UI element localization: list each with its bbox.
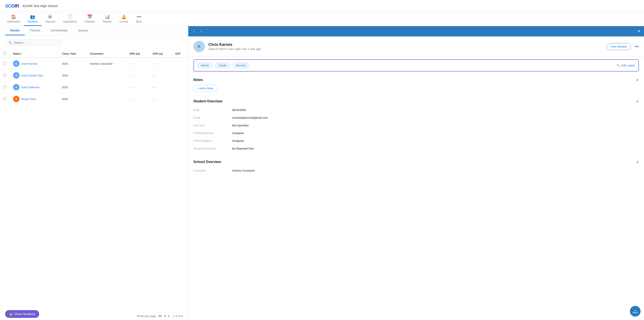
select-all-checkbox[interactable] [4, 52, 6, 55]
labels-section: Athlete Tranfer Remote ✏️ Edit Labels [194, 59, 639, 72]
col-sat: SAT [172, 50, 188, 58]
students-table-wrap: Name ↑ Class Year Counselor GPA (w) GPA … [0, 50, 188, 312]
school-overview-header: School Overview ∧ [194, 160, 639, 164]
calendar-icon: 📅 [87, 14, 92, 19]
next-student-button[interactable]: › [199, 28, 204, 35]
pagination-count: 1–4 of 4 [173, 314, 183, 318]
student-name-link[interactable]: K Chris Karnes [13, 60, 55, 67]
gpa-u-cell: — [149, 58, 172, 70]
col-counselor: Counselor [86, 50, 126, 58]
student-meta: Class of 2024 • Last Login over 1 year a… [208, 47, 603, 51]
sat-cell [172, 93, 188, 105]
header: SCOIR SCOIR Test High School [0, 0, 644, 12]
school-overview-section: School Overview ∧ Counselor Andrew Couns… [188, 156, 644, 178]
overview-label: DOB [194, 108, 232, 112]
applications-icon: 📄 [68, 14, 73, 19]
nav-arrows: ‹ › [192, 28, 204, 35]
student-overview-header: Student Overview ∧ [194, 99, 639, 104]
tab-groups[interactable]: Groups [73, 26, 93, 35]
nav-discover[interactable]: 🏛 Discover [42, 12, 59, 26]
school-overview-title: School Overview [194, 160, 221, 164]
student-overview-collapse-button[interactable]: ∧ [636, 99, 639, 104]
nav-students[interactable]: 👥 Students [24, 12, 42, 26]
pencil-icon: ✏️ [616, 64, 620, 67]
gpa-u-cell: — [149, 70, 172, 81]
right-panel-header: ‹ › ✕ [188, 26, 644, 37]
table-row[interactable]: S Sully Sullerson 2025 — — [0, 81, 188, 93]
comms-icon: 🔔 [121, 14, 126, 19]
student-avatar: S [13, 84, 20, 90]
counselor-cell [86, 81, 126, 93]
row-checkbox[interactable] [4, 97, 6, 100]
gpa-w-cell: — [126, 81, 149, 93]
overview-label: Student Outcomes [194, 147, 232, 150]
help-button[interactable]: ∞ HELP [630, 306, 640, 316]
table-row[interactable]: S Anna School Ops 2025 — — [0, 70, 188, 81]
school-overview-rows: Counselor Andrew Counselor [194, 167, 639, 175]
tab-scholarships[interactable]: Scholarships [46, 26, 73, 35]
search-input[interactable] [14, 41, 58, 44]
class-year-cell: 2025 [58, 81, 86, 93]
logo-text: SCOIR [5, 3, 19, 9]
col-gpa-u: GPA (u) [149, 50, 172, 58]
class-year-cell: 2024 [58, 93, 86, 105]
table-footer: 👍 Share feedback Rows per page: 50 25 10… [0, 312, 188, 320]
student-more-button[interactable]: ••• [634, 44, 639, 49]
rows-per-page-select[interactable]: 50 25 100 [158, 314, 167, 318]
student-avatar: S [13, 72, 20, 79]
student-name: Chris Karnes [208, 43, 603, 47]
search-bar: 🔍 [0, 36, 188, 50]
student-overview-rows: DOB 08/19/2006 Email christianpkarnes@gm… [194, 106, 639, 153]
row-checkbox[interactable] [4, 62, 6, 65]
counselor-cell: Andrew Counselor [86, 58, 126, 70]
label-remote[interactable]: Remote [233, 63, 249, 68]
overview-row: Counselor Andrew Counselor [194, 167, 639, 175]
student-name-link[interactable]: S Sully Sullerson [13, 84, 55, 90]
edit-labels-button[interactable]: ✏️ Edit Labels [616, 64, 635, 67]
thumbs-up-icon: 👍 [9, 312, 12, 316]
student-avatar: T [13, 96, 20, 102]
more-icon: ••• [137, 14, 141, 19]
nav-dashboard[interactable]: 🏠 Dashboard [4, 12, 24, 26]
reports-icon: 📊 [104, 14, 110, 19]
share-feedback-button[interactable]: 👍 Share feedback [5, 310, 39, 318]
notes-title: Notes [194, 78, 203, 82]
row-checkbox[interactable] [4, 86, 6, 88]
student-name-link[interactable]: T Becky Torre [13, 96, 55, 102]
close-panel-button[interactable]: ✕ [637, 29, 640, 34]
overview-value: Unsigned [232, 139, 639, 142]
table-row[interactable]: T Becky Torre 2024 — — [0, 93, 188, 105]
tab-roster[interactable]: Roster [5, 26, 25, 35]
tab-parents[interactable]: Parents [25, 26, 45, 35]
row-checkbox[interactable] [4, 74, 6, 77]
label-athlete[interactable]: Athlete [197, 63, 212, 68]
counselor-cell [86, 70, 126, 81]
nav-applications[interactable]: 📄 Applications [59, 12, 81, 26]
label-transfer[interactable]: Tranfer [215, 63, 230, 68]
nav-more[interactable]: ••• More [132, 12, 146, 26]
gpa-w-cell: — [126, 70, 149, 81]
student-name-link[interactable]: S Anna School Ops [13, 72, 55, 79]
sub-tabs: Roster Parents Scholarships Groups [0, 26, 188, 36]
student-avatar: K [13, 60, 20, 67]
students-icon: 👥 [30, 14, 35, 19]
notes-section: Notes ∧ + Add a Note [188, 74, 644, 96]
col-gpa-w: GPA (w) [126, 50, 149, 58]
sat-cell [172, 70, 188, 81]
nav-comms[interactable]: 🔔 Comms [116, 12, 132, 26]
overview-label: First Gen [194, 124, 232, 127]
nav-calendar[interactable]: 📅 Calendar [81, 12, 99, 26]
col-name[interactable]: Name ↑ [10, 50, 58, 58]
overview-label: FERPA Release [194, 132, 232, 135]
notes-collapse-button[interactable]: ∧ [636, 78, 639, 82]
overview-value: No Reported Plan [232, 147, 639, 150]
school-overview-collapse-button[interactable]: ∧ [636, 160, 639, 164]
counselor-cell [86, 93, 126, 105]
nav-reports[interactable]: 📊 Reports [99, 12, 116, 26]
view-student-button[interactable]: View Student [606, 43, 631, 50]
gpa-w-cell: — [126, 93, 149, 105]
class-year-cell: 2024 [58, 58, 86, 70]
table-row[interactable]: K Chris Karnes 2024 Andrew Counselor — — [0, 58, 188, 70]
prev-student-button[interactable]: ‹ [192, 28, 196, 35]
add-note-button[interactable]: + Add a Note [194, 85, 217, 92]
